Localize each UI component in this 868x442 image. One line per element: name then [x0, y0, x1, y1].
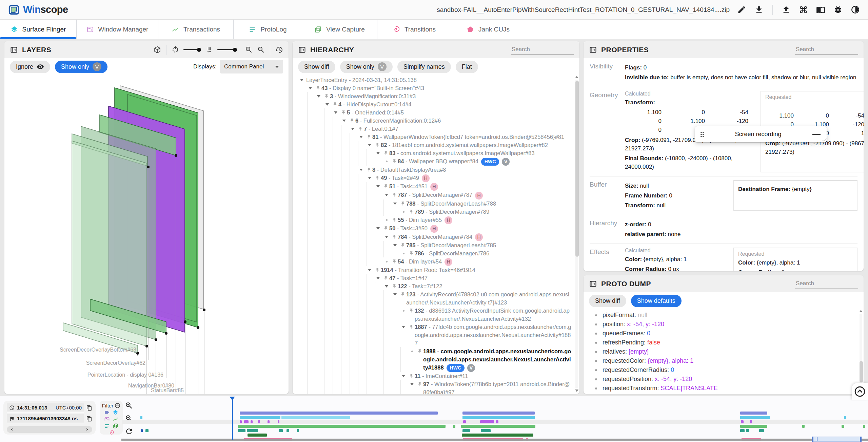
scroll-down-icon[interactable]: [575, 390, 578, 392]
expand-arrow-icon[interactable]: [333, 108, 340, 117]
filter-lines-icon[interactable]: [104, 423, 110, 429]
displays-select[interactable]: Common Panel: [220, 60, 283, 73]
show-defaults-button[interactable]: Show defaults: [631, 295, 682, 307]
trace-entry-segment[interactable]: [240, 416, 281, 419]
tree-node-784[interactable]: 784 - SplitDecorManager#784H: [293, 233, 574, 241]
range-left-handle[interactable]: [812, 437, 813, 442]
pin-icon[interactable]: [399, 292, 406, 297]
ns-time-field[interactable]: 1711895465013903348 ns: [7, 414, 84, 423]
trace-entry-segment[interactable]: [750, 420, 752, 423]
screen-recording-overlay[interactable]: Screen recording: [695, 126, 827, 142]
tab-transitions[interactable]: Transitions: [377, 20, 451, 39]
rotation-icon[interactable]: [171, 46, 179, 54]
show-diff-button[interactable]: Show diff: [589, 295, 626, 307]
3d-view-icon[interactable]: [153, 46, 161, 54]
pin-icon[interactable]: [382, 184, 389, 189]
pin-icon[interactable]: [374, 268, 381, 272]
reset-view-icon[interactable]: [275, 46, 283, 54]
edit-icon[interactable]: [737, 5, 746, 14]
filter-squares-icon[interactable]: [113, 423, 118, 429]
zoom-in-icon[interactable]: [245, 46, 253, 54]
trace-entry-segment[interactable]: [740, 425, 767, 428]
resize-handle[interactable]: [822, 139, 827, 141]
pin-icon[interactable]: [366, 134, 372, 139]
tree-node-5[interactable]: 5 - OneHanded:0:14#5: [293, 108, 574, 117]
tree-node-55[interactable]: 55 - Dim layer#55H: [293, 216, 574, 224]
timeline-row-screen-recording[interactable]: [137, 416, 868, 419]
pin-icon[interactable]: [408, 374, 415, 378]
expand-arrow-icon[interactable]: [307, 84, 315, 92]
timeline-row-surface-flinger[interactable]: [137, 412, 868, 415]
trace-entry-segment[interactable]: [278, 420, 279, 423]
drag-handle-icon[interactable]: [701, 132, 704, 137]
pin-icon[interactable]: [408, 209, 415, 214]
tab-surface-flinger[interactable]: Surface Flinger: [0, 20, 77, 39]
trace-entry-segment[interactable]: [741, 420, 744, 423]
zoom-out-icon[interactable]: [257, 46, 265, 54]
trace-entry-segment[interactable]: [844, 416, 846, 419]
trace-entry-segment[interactable]: [244, 420, 249, 423]
pin-icon[interactable]: [391, 284, 398, 289]
show-only-button[interactable]: Show only V: [55, 61, 107, 73]
proto-row-position[interactable]: position: x: -54, y: -120: [584, 320, 858, 329]
tree-node-51[interactable]: 51 - Task=4#51H: [293, 182, 574, 191]
trace-entry-segment[interactable]: [462, 434, 533, 437]
show-diff-button[interactable]: Show diff: [298, 61, 335, 73]
filter-chart-icon[interactable]: [113, 416, 118, 422]
trace-entry-segment[interactable]: [247, 429, 258, 432]
tree-node-47[interactable]: 47 - Task=1#47: [293, 274, 574, 282]
filter-window-icon[interactable]: [104, 416, 110, 422]
hierarchy-search-input[interactable]: [511, 44, 574, 55]
pin-icon[interactable]: [374, 175, 381, 180]
timeline-range-selector[interactable]: [812, 437, 862, 442]
timeline-rows[interactable]: [137, 396, 868, 442]
scroll-up-icon[interactable]: [859, 310, 863, 312]
proto-row-refreshPending[interactable]: refreshPending: false: [584, 338, 858, 347]
trace-entry-segment[interactable]: [759, 429, 764, 432]
copy-icon[interactable]: [86, 416, 92, 422]
expand-arrow-icon[interactable]: [316, 92, 323, 100]
tree-node-50[interactable]: 50 - Task=3#50H: [293, 224, 574, 233]
upload-icon[interactable]: [782, 5, 791, 14]
expand-arrow-icon[interactable]: [383, 191, 391, 199]
scroll-up-icon[interactable]: [575, 76, 578, 78]
timeline-row-protolog[interactable]: [137, 425, 868, 428]
pin-icon[interactable]: [332, 102, 338, 107]
tree-node-root[interactable]: LayerTraceEntry - 2024-03-31, 14:31:05.1…: [293, 76, 574, 84]
pin-icon[interactable]: [323, 94, 330, 99]
filter-layers-icon[interactable]: [113, 409, 118, 415]
documentation-icon[interactable]: [816, 5, 825, 14]
tree-node-11[interactable]: 11 - ImeContainer#11: [293, 372, 574, 380]
tree-node-81[interactable]: 81 - WallpaperWindowToken{fcfbcd7 token=…: [293, 133, 574, 141]
pin-icon[interactable]: [382, 151, 389, 155]
tree-node-43[interactable]: 43 - Display 0 name="Built-in Screen"#43: [293, 84, 574, 92]
tree-node-4[interactable]: 4 - HideDisplayCutout:0:14#4: [293, 100, 574, 108]
tree-node-97[interactable]: 97 - WindowToken{7f78b6b type=2011 andro…: [293, 380, 574, 394]
tree-node-3[interactable]: 3 - WindowedMagnification:0:31#3: [293, 92, 574, 100]
tree-node-82[interactable]: 82 - 181eabf com.android.systemui.wallpa…: [293, 141, 574, 149]
proto-row-screenBounds[interactable]: screenBounds: (-10800, -24000) - (10800,…: [584, 393, 858, 394]
tab-transactions[interactable]: Transactions: [158, 20, 234, 39]
pin-icon[interactable]: [374, 143, 381, 147]
simplify-names-button[interactable]: Simplify names: [397, 61, 451, 73]
pin-icon[interactable]: [408, 308, 415, 313]
expand-arrow-icon[interactable]: [350, 125, 357, 133]
layers-3d-view[interactable]: ScreenDecorOverlayBottom#63ScreenDecorOv…: [5, 77, 289, 394]
trace-entry-segment[interactable]: [251, 420, 253, 423]
copy-icon[interactable]: [86, 405, 92, 411]
expand-arrow-icon[interactable]: [299, 76, 306, 84]
trace-entry-segment[interactable]: [462, 429, 470, 432]
proto-row-requestedPosition[interactable]: requestedPosition: x: -54, y: -120: [584, 375, 858, 384]
pin-icon[interactable]: [349, 118, 355, 123]
proto-dump-search-input[interactable]: [795, 278, 858, 289]
expand-arrow-icon[interactable]: [400, 372, 408, 380]
tree-node-6[interactable]: 6 - FullscreenMagnification:0:12#6: [293, 117, 574, 125]
tree-node-123[interactable]: 123 - ActivityRecord{4788c02 u0 com.goog…: [293, 290, 574, 307]
tree-node-1888[interactable]: 1888 - com.google.android.apps.nexuslaun…: [293, 347, 574, 372]
expand-arrow-icon[interactable]: [392, 290, 399, 298]
expand-arrow-icon[interactable]: [392, 241, 399, 249]
trace-entry-segment[interactable]: [141, 429, 143, 432]
collapse-panel-icon[interactable]: [589, 46, 597, 54]
hierarchy-scrollbar[interactable]: [575, 75, 579, 393]
trace-entry-segment[interactable]: [145, 429, 149, 432]
